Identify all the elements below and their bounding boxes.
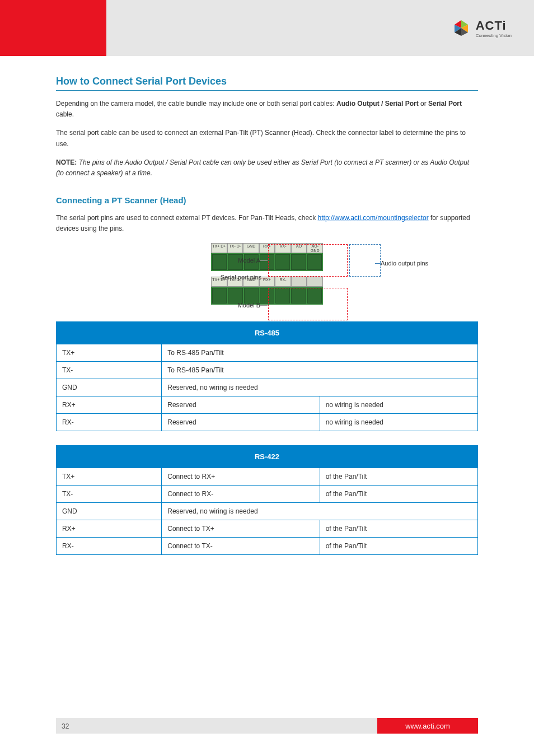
terminal-slot xyxy=(244,288,259,304)
table-row: GND Reserved, no wiring is needed xyxy=(57,502,478,520)
terminal-label: TX+ D+ xyxy=(211,243,227,253)
annotation-model-b: Model B xyxy=(202,302,260,309)
terminal-diagram: Model A Model B Serial port pins Audio o… xyxy=(56,243,478,310)
cell-desc: Connect to RX- xyxy=(162,485,320,502)
table-row: RX- Connect to TX- of the Pan/Tilt xyxy=(57,537,478,554)
cell-pin: GND xyxy=(57,502,162,520)
cell-pin: RX- xyxy=(57,537,162,554)
rs485-table: RS-485 TX+ To RS-485 Pan/Tilt TX- To RS-… xyxy=(56,321,478,431)
brand-logo-icon xyxy=(451,18,471,38)
para3-text-a: The serial port pins are used to connect… xyxy=(56,214,318,222)
cell-desc: Reserved xyxy=(162,413,320,431)
cell-desc: Connect to TX+ xyxy=(162,520,320,537)
note-paragraph: NOTE: The pins of the Audio Output / Ser… xyxy=(56,157,478,179)
annotation-audio-pins: Audio output pins xyxy=(381,260,448,267)
table-row: TX- Connect to RX- of the Pan/Tilt xyxy=(57,485,478,502)
terminal-label-empty xyxy=(291,277,307,287)
page-number: 32 xyxy=(62,722,69,730)
section-title: How to Connect Serial Port Devices xyxy=(56,76,478,91)
table-row: TX- To RS-485 Pan/Tilt xyxy=(57,361,478,379)
header-red-block xyxy=(0,0,106,56)
audio-highlight xyxy=(349,244,381,277)
cell-pin: GND xyxy=(57,379,162,396)
cell-desc: Connect to TX- xyxy=(162,537,320,554)
subsection-title: Connecting a PT Scanner (Head) xyxy=(56,195,478,205)
terminal-label: RX- xyxy=(275,277,291,287)
cell-pin: RX+ xyxy=(57,520,162,537)
serial-highlight-bottom xyxy=(268,288,348,320)
terminal-slot xyxy=(228,288,242,304)
page-content: How to Connect Serial Port Devices Depen… xyxy=(0,76,534,555)
paragraph-1: Depending on the camera model, the cable… xyxy=(56,99,478,120)
page-footer: 32 www.acti.com xyxy=(0,718,534,734)
cell-desc: of the Pan/Tilt xyxy=(320,520,477,537)
mountingselector-link[interactable]: http://www.acti.com/mountingselector xyxy=(318,214,429,222)
table-row: RX- Reserved no wiring is needed xyxy=(57,413,478,431)
rs485-table-header: RS-485 xyxy=(57,321,478,344)
cell-pin: TX+ xyxy=(57,344,162,361)
brand-logo-text: ACTi Connecting Vision xyxy=(476,18,512,38)
brand-logo: ACTi Connecting Vision xyxy=(451,18,512,38)
terminal-label-empty xyxy=(307,277,323,287)
cell-pin: TX- xyxy=(57,485,162,502)
cell-desc: of the Pan/Tilt xyxy=(320,485,477,502)
para1-text-c: or xyxy=(420,100,428,108)
table-row: TX+ Connect to RX+ of the Pan/Tilt xyxy=(57,468,478,485)
brand-tagline: Connecting Vision xyxy=(476,33,512,38)
rs422-table-header: RS-422 xyxy=(57,445,478,468)
cell-desc: of the Pan/Tilt xyxy=(320,537,477,554)
cell-desc: Reserved, no wiring is needed xyxy=(162,379,478,396)
terminal-label: TX- D- xyxy=(227,243,243,253)
cell-pin: TX- xyxy=(57,361,162,379)
cell-desc: Connect to RX+ xyxy=(162,468,320,485)
page-header: ACTi Connecting Vision xyxy=(0,0,534,56)
cell-desc: To RS-485 Pan/Tilt xyxy=(162,344,478,361)
rs422-table: RS-422 TX+ Connect to RX+ of the Pan/Til… xyxy=(56,445,478,555)
table-row: GND Reserved, no wiring is needed xyxy=(57,379,478,396)
annotation-model-a: Model A xyxy=(202,257,260,264)
para1-text-a: Depending on the camera model, the cable… xyxy=(56,100,336,108)
connector-line-a xyxy=(260,260,268,261)
footer-url: www.acti.com xyxy=(377,718,478,734)
footer-bar xyxy=(56,718,377,734)
cell-desc: Reserved, no wiring is needed xyxy=(162,502,478,520)
cell-pin: RX+ xyxy=(57,396,162,413)
cell-pin: TX+ xyxy=(57,468,162,485)
logo-area: ACTi Connecting Vision xyxy=(106,0,534,56)
para1-bold-d: Serial Port xyxy=(428,100,462,108)
cell-desc: no wiring is needed xyxy=(320,396,477,413)
table-row: RX+ Connect to TX+ of the Pan/Tilt xyxy=(57,520,478,537)
table-row: RX+ Reserved no wiring is needed xyxy=(57,396,478,413)
cell-desc: of the Pan/Tilt xyxy=(320,468,477,485)
cell-desc: To RS-485 Pan/Tilt xyxy=(162,361,478,379)
connector-line-b xyxy=(260,305,268,306)
paragraph-2: The serial port cable can be used to con… xyxy=(56,128,478,149)
connector-line-audio xyxy=(375,263,381,264)
brand-name: ACTi xyxy=(476,18,512,33)
annotation-serial-pins: Serial port pins xyxy=(189,274,261,281)
serial-highlight-top xyxy=(268,244,348,277)
connector-line-serial xyxy=(261,278,268,278)
paragraph-3: The serial port pins are used to connect… xyxy=(56,213,478,234)
cell-pin: RX- xyxy=(57,413,162,431)
para1-text-e: cable. xyxy=(56,110,74,118)
terminal-label: GND xyxy=(243,243,259,253)
note-text: The pins of the Audio Output / Serial Po… xyxy=(56,158,469,177)
terminal-slot xyxy=(212,288,227,304)
para1-bold-b: Audio Output / Serial Port xyxy=(336,100,419,108)
note-label: NOTE: xyxy=(56,158,77,166)
table-row: TX+ To RS-485 Pan/Tilt xyxy=(57,344,478,361)
cell-desc: no wiring is needed xyxy=(320,413,477,431)
cell-desc: Reserved xyxy=(162,396,320,413)
